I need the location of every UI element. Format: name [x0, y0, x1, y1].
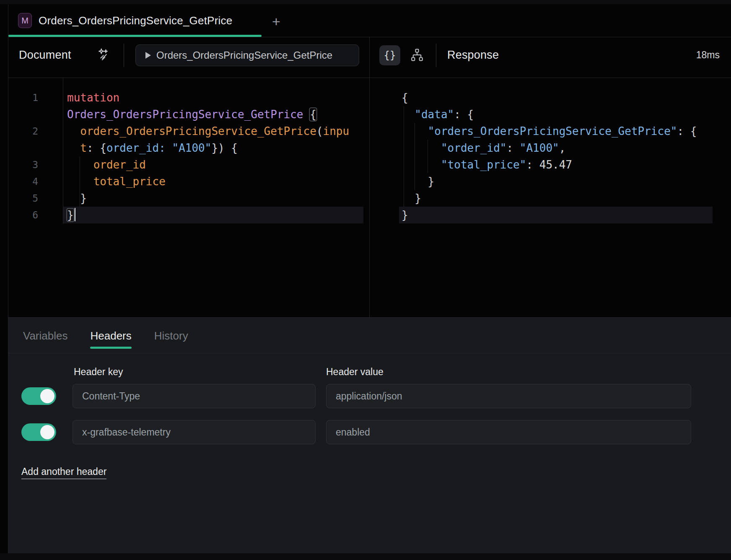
- code-line: mutation: [67, 89, 119, 106]
- bottom-tab-bar: VariablesHeadersHistory: [8, 323, 188, 349]
- text-cursor: [75, 208, 76, 221]
- code-token: "orders_OrdersPricingService_GetPrice": [428, 125, 677, 137]
- code-token: "A100": [172, 142, 211, 154]
- code-token: ,: [559, 142, 566, 154]
- code-line: {: [402, 89, 408, 106]
- active-tab-indicator: [90, 347, 131, 349]
- header-key-input[interactable]: [73, 420, 316, 444]
- operation-select-label: Orders_OrdersPricingService_GetPrice: [156, 49, 332, 61]
- tab-label: Variables: [23, 329, 67, 342]
- tab-variables[interactable]: Variables: [23, 323, 67, 349]
- header-enabled-toggle[interactable]: [21, 423, 56, 441]
- response-code-row: "orders_OrdersPricingService_GetPrice": …: [370, 123, 731, 140]
- code-token: [402, 108, 415, 121]
- line-number: 5: [8, 190, 38, 207]
- code-token: [67, 158, 93, 171]
- active-line-highlight: [63, 207, 363, 223]
- sparkles-icon: [96, 47, 110, 62]
- code-token: "A100": [520, 142, 559, 154]
- code-token: Orders_OrdersPricingService_GetPrice: [67, 108, 310, 121]
- response-code-row: }: [370, 173, 731, 190]
- code-line: orders_OrdersPricingService_GetPrice(inp…: [67, 123, 349, 140]
- code-token: : {: [87, 142, 106, 154]
- header-value-input[interactable]: [326, 384, 691, 408]
- tree-view-button[interactable]: [410, 47, 425, 63]
- header-enabled-toggle[interactable]: [21, 387, 56, 405]
- code-token: }: [402, 209, 408, 221]
- code-line: "orders_OrdersPricingService_GetPrice": …: [402, 123, 697, 140]
- tab-title: Orders_OrdersPricingService_GetPrice: [39, 14, 232, 27]
- tab-orders-pricing-getprice[interactable]: M Orders_OrdersPricingService_GetPrice: [13, 4, 232, 37]
- tab-history[interactable]: History: [154, 323, 188, 349]
- code-line: }: [67, 207, 75, 223]
- header-value-input[interactable]: [326, 420, 691, 444]
- header-row: [0, 384, 731, 408]
- toggle-knob: [40, 389, 54, 403]
- response-code-row: }: [370, 207, 731, 223]
- window-top-strip: [0, 0, 731, 4]
- line-number: 4: [8, 173, 38, 190]
- tree-hierarchy-icon: [410, 47, 424, 62]
- code-token: 45.47: [539, 158, 572, 171]
- json-view-button[interactable]: {}: [379, 45, 400, 65]
- header-value-column-label: Header value: [326, 366, 384, 378]
- code-line: }: [67, 190, 87, 207]
- bottom-tabs-divider: [8, 353, 731, 353]
- toggle-knob: [40, 425, 54, 439]
- window-bottom-strip: [0, 553, 731, 560]
- code-token: : {: [454, 108, 474, 121]
- code-token: "order_id": [441, 142, 507, 154]
- code-token: orders_OrdersPricingService_GetPrice: [80, 125, 316, 137]
- code-token: }: [67, 209, 74, 221]
- response-code-row: }: [370, 190, 731, 207]
- operation-select[interactable]: Orders_OrdersPricingService_GetPrice: [135, 44, 359, 66]
- code-token: t: [80, 142, 87, 154]
- toolbar-divider: [124, 44, 124, 67]
- code-line: "order_id": "A100",: [402, 140, 565, 156]
- line-number: 2: [8, 123, 38, 140]
- header-key-column-label: Header key: [74, 366, 123, 378]
- code-token: order_id: [106, 142, 159, 154]
- response-code-row: "total_price": 45.47: [370, 156, 731, 173]
- code-line: "total_price": 45.47: [402, 156, 572, 173]
- response-panel-title: Response: [447, 49, 499, 62]
- code-token: :: [506, 142, 519, 154]
- add-another-header-link[interactable]: Add another header: [21, 466, 106, 479]
- header-row: [0, 420, 731, 444]
- code-token: [402, 158, 441, 171]
- code-token: inpu: [323, 125, 350, 137]
- code-line: }: [402, 207, 408, 223]
- header-key-input[interactable]: [73, 384, 316, 408]
- code-token: (: [316, 125, 323, 137]
- code-token: :: [159, 142, 172, 154]
- code-token: order_id: [93, 158, 146, 171]
- code-token: [402, 142, 441, 154]
- response-editor[interactable]: { "data": { "orders_OrdersPricingService…: [370, 78, 731, 317]
- tab-label: History: [154, 329, 188, 342]
- code-token: }: [402, 175, 434, 188]
- code-line: "data": {: [402, 106, 474, 123]
- code-line: total_price: [67, 173, 166, 190]
- code-token: }: [402, 192, 421, 205]
- tab-headers[interactable]: Headers: [90, 323, 131, 349]
- line-number: 3: [8, 156, 38, 173]
- code-token: : {: [677, 125, 697, 137]
- new-tab-button[interactable]: +: [267, 13, 285, 30]
- response-code-row: "data": {: [370, 106, 731, 123]
- play-triangle-icon: [145, 52, 151, 59]
- code-line: order_id: [67, 156, 146, 173]
- code-token: "data": [415, 108, 454, 121]
- code-token: :: [526, 158, 539, 171]
- line-number: 6: [8, 207, 38, 223]
- toolbar-divider: [436, 44, 436, 67]
- code-token: }) {: [211, 142, 238, 154]
- prettify-button[interactable]: [96, 47, 110, 62]
- code-token: total_price: [93, 175, 166, 188]
- mutation-type-badge: M: [18, 13, 32, 28]
- code-line: }: [402, 173, 434, 190]
- gutter-divider: [63, 78, 63, 224]
- code-token: mutation: [67, 91, 119, 104]
- code-line: Orders_OrdersPricingService_GetPrice {: [67, 106, 316, 123]
- code-line: }: [402, 190, 421, 207]
- document-panel-title: Document: [19, 49, 71, 62]
